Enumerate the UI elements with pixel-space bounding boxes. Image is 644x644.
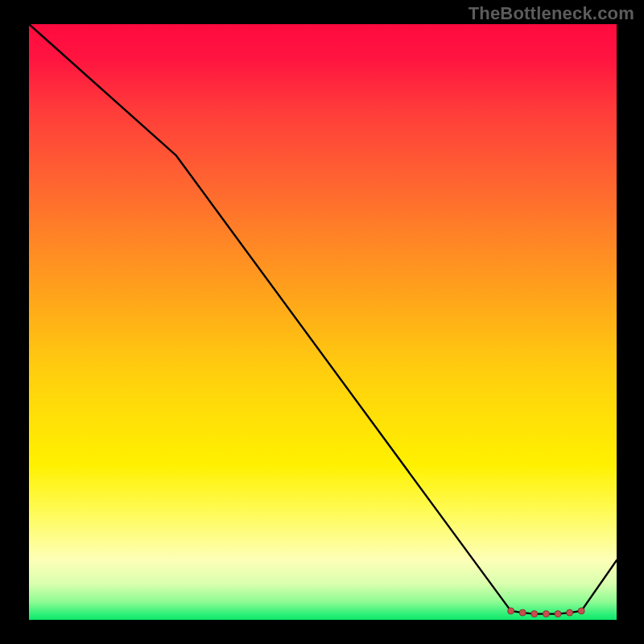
marker-point: [578, 608, 584, 614]
chart-frame: TheBottleneck.com: [0, 0, 644, 644]
marker-point: [508, 608, 514, 614]
chart-svg: [29, 24, 617, 620]
marker-point: [531, 611, 538, 617]
watermark-text: TheBottleneck.com: [469, 3, 634, 24]
curve-line: [29, 24, 617, 614]
marker-group: [508, 608, 585, 617]
line-series: [29, 24, 617, 614]
marker-point: [519, 609, 526, 616]
marker-point: [567, 609, 573, 616]
marker-point: [543, 611, 549, 617]
marker-point: [555, 611, 561, 617]
